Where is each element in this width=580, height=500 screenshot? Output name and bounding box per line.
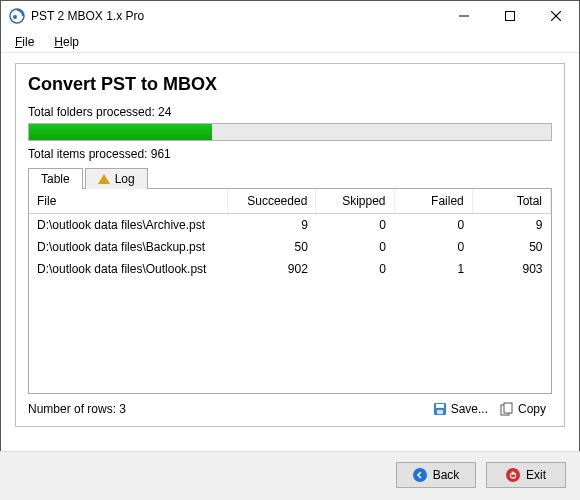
power-icon [506,468,520,482]
table-row[interactable]: D:\outlook data files\Backup.pst500050 [29,236,551,258]
svg-rect-10 [504,403,512,413]
col-skipped[interactable]: Skipped [316,189,394,214]
back-icon [413,468,427,482]
footer: Back Exit [0,451,580,500]
app-icon [9,8,25,24]
menubar: File Help [1,31,579,53]
menu-help[interactable]: Help [48,33,85,51]
folders-processed-label: Total folders processed: 24 [28,105,552,119]
col-failed[interactable]: Failed [394,189,472,214]
close-button[interactable] [533,1,579,31]
cell-succeeded: 902 [227,258,316,280]
copy-label: Copy [518,402,546,416]
tab-table-label: Table [41,172,70,186]
col-succeeded[interactable]: Succeeded [227,189,316,214]
tab-log[interactable]: Log [85,168,148,189]
cell-file: D:\outlook data files\Backup.pst [29,236,227,258]
col-file[interactable]: File [29,189,227,214]
table-footer: Number of rows: 3 Save... [28,400,552,418]
svg-point-1 [13,15,17,19]
cell-total: 9 [472,214,550,237]
svg-rect-7 [436,404,444,408]
content-area: Convert PST to MBOX Total folders proces… [1,53,579,435]
results-table-container: File Succeeded Skipped Failed Total D:\o… [28,188,552,394]
table-row[interactable]: D:\outlook data files\Archive.pst9009 [29,214,551,237]
save-icon [433,402,447,416]
cell-failed: 0 [394,236,472,258]
cell-failed: 0 [394,214,472,237]
table-row[interactable]: D:\outlook data files\Outlook.pst9020190… [29,258,551,280]
maximize-button[interactable] [487,1,533,31]
svg-rect-8 [437,410,443,414]
row-count-label: Number of rows: 3 [28,402,126,416]
cell-skipped: 0 [316,258,394,280]
save-label: Save... [451,402,488,416]
main-panel: Convert PST to MBOX Total folders proces… [15,63,565,427]
exit-label: Exit [526,468,546,482]
save-button[interactable]: Save... [427,400,494,418]
svg-rect-3 [506,12,515,21]
cell-skipped: 0 [316,214,394,237]
progress-fill [29,124,212,140]
minimize-button[interactable] [441,1,487,31]
back-label: Back [433,468,460,482]
items-processed-label: Total items processed: 961 [28,147,552,161]
progress-bar [28,123,552,141]
table-header-row: File Succeeded Skipped Failed Total [29,189,551,214]
tabs: Table Log [28,167,552,188]
col-total[interactable]: Total [472,189,550,214]
page-title: Convert PST to MBOX [28,74,552,95]
cell-total: 903 [472,258,550,280]
cell-file: D:\outlook data files\Archive.pst [29,214,227,237]
titlebar: PST 2 MBOX 1.x Pro [1,1,579,31]
menu-file[interactable]: File [9,33,40,51]
cell-skipped: 0 [316,236,394,258]
copy-button[interactable]: Copy [494,400,552,418]
results-table: File Succeeded Skipped Failed Total D:\o… [29,189,551,280]
cell-succeeded: 50 [227,236,316,258]
back-button[interactable]: Back [396,462,476,488]
cell-file: D:\outlook data files\Outlook.pst [29,258,227,280]
cell-succeeded: 9 [227,214,316,237]
tab-log-label: Log [115,172,135,186]
tab-table[interactable]: Table [28,168,83,189]
cell-failed: 1 [394,258,472,280]
warning-icon [98,174,110,184]
copy-icon [500,402,514,416]
window-title: PST 2 MBOX 1.x Pro [31,9,144,23]
exit-button[interactable]: Exit [486,462,566,488]
cell-total: 50 [472,236,550,258]
